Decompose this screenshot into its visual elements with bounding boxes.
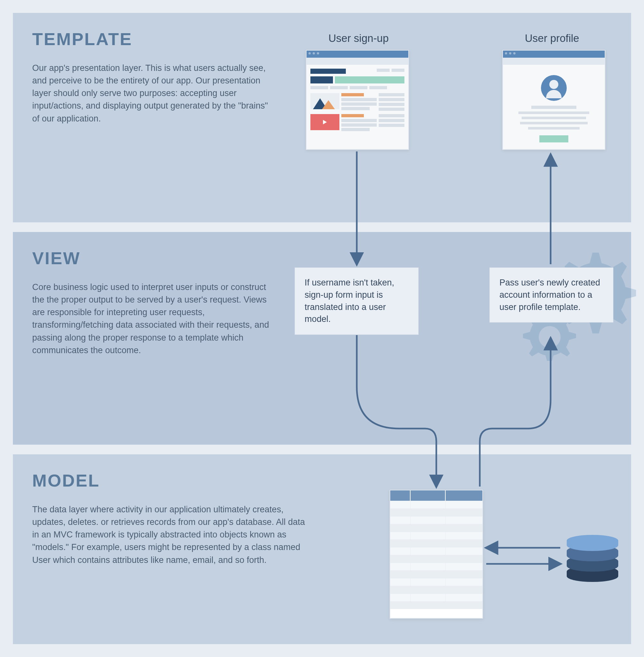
template-body: Our app's presentation layer. This is wh… xyxy=(32,62,277,125)
profile-label: User profile xyxy=(525,32,579,44)
video-icon xyxy=(310,114,339,130)
image-icon xyxy=(310,93,339,109)
view-body: Core business logic used to interpret us… xyxy=(32,281,277,357)
browser-addressbar-icon xyxy=(503,58,605,65)
signup-browser-mockup xyxy=(306,50,409,150)
view-box-signup: If username isn't taken, sign-up form in… xyxy=(295,267,419,335)
browser-addressbar-icon xyxy=(306,58,408,65)
browser-titlebar-icon xyxy=(503,50,605,58)
avatar-icon xyxy=(541,75,567,101)
database-table-icon xyxy=(390,490,483,619)
model-body: The data layer where activity in our app… xyxy=(32,503,309,567)
database-icon xyxy=(567,535,618,582)
section-model: MODEL The data layer where activity in o… xyxy=(13,454,631,644)
browser-titlebar-icon xyxy=(306,50,408,58)
model-title: MODEL xyxy=(32,470,618,490)
section-view: VIEW Core business logic used to interpr… xyxy=(13,232,631,445)
profile-button-icon xyxy=(539,135,568,143)
mvc-diagram: TEMPLATE Our app's presentation layer. T… xyxy=(13,13,631,644)
view-title: VIEW xyxy=(32,248,618,268)
profile-browser-mockup xyxy=(502,50,605,150)
signup-label: User sign-up xyxy=(328,32,389,44)
view-box-profile: Pass user's newly created account inform… xyxy=(489,267,614,323)
